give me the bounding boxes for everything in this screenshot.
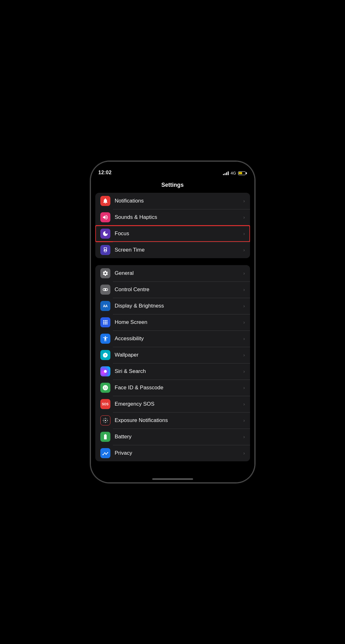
privacy-label: Privacy (115, 450, 243, 456)
signal-icon (223, 171, 229, 175)
wallpaper-icon (100, 350, 110, 360)
siri-chevron: › (243, 369, 245, 374)
notifications-chevron: › (243, 198, 245, 203)
grid-svg (102, 319, 109, 325)
controlcentre-icon (100, 285, 110, 295)
battery-row-icon (100, 432, 110, 442)
siri-svg (103, 369, 108, 374)
toggles-svg (102, 286, 109, 293)
siri-label: Siri & Search (115, 368, 243, 375)
settings-group-2: General › Control Centre › AA Display & … (95, 265, 250, 461)
display-icon: AA (100, 301, 110, 311)
focus-icon (100, 229, 110, 239)
sounds-label: Sounds & Haptics (115, 214, 243, 220)
settings-row-accessibility[interactable]: Accessibility › (95, 330, 250, 347)
network-type: 4G (231, 171, 236, 175)
wallpaper-label: Wallpaper (115, 352, 243, 358)
settings-row-focus[interactable]: Focus › (95, 225, 250, 242)
accessibility-icon (100, 334, 110, 344)
emergencysos-label: Emergency SOS (115, 401, 243, 407)
exposure-icon (100, 415, 110, 425)
sounds-icon (100, 212, 110, 222)
settings-row-faceid[interactable]: Face ID & Passcode › (95, 380, 250, 396)
settings-row-privacy[interactable]: Privacy › (95, 445, 250, 461)
exposure-label: Exposure Notifications (115, 417, 243, 424)
privacy-chevron: › (243, 451, 245, 456)
svg-point-3 (105, 422, 106, 423)
homescreen-chevron: › (243, 320, 245, 325)
sounds-chevron: › (243, 215, 245, 220)
emergencysos-chevron: › (243, 402, 245, 407)
settings-row-general[interactable]: General › (95, 265, 250, 281)
settings-row-exposure[interactable]: Exposure Notifications › (95, 412, 250, 429)
settings-row-emergencysos[interactable]: SOS Emergency SOS › (95, 396, 250, 412)
notifications-icon (100, 196, 110, 206)
status-icons: 4G (223, 171, 247, 175)
homescreen-label: Home Screen (115, 319, 243, 325)
siri-icon (100, 366, 110, 376)
gear-svg (102, 270, 109, 276)
focus-label: Focus (115, 230, 243, 237)
settings-row-screentime[interactable]: Screen Time › (95, 242, 250, 258)
phone-screen: 12:02 4G Settings (91, 162, 254, 482)
page-title: Settings (91, 177, 254, 193)
flower-svg (102, 352, 109, 358)
wallpaper-chevron: › (243, 353, 245, 358)
screentime-icon (100, 245, 110, 255)
general-chevron: › (243, 271, 245, 276)
speaker-svg (102, 214, 109, 220)
homescreen-icon (100, 317, 110, 327)
svg-point-6 (103, 419, 104, 419)
display-label: Display & Brightness (115, 303, 243, 309)
accessibility-label: Accessibility (115, 336, 243, 342)
settings-row-homescreen[interactable]: Home Screen › (95, 314, 250, 330)
screen-content: Settings Notifications › (91, 162, 254, 482)
svg-point-8 (106, 419, 107, 419)
status-time: 12:02 (98, 170, 112, 175)
notifications-label: Notifications (115, 198, 243, 204)
settings-row-display[interactable]: AA Display & Brightness › (95, 298, 250, 314)
svg-point-2 (105, 418, 106, 419)
faceid-svg (102, 385, 109, 391)
faceid-chevron: › (243, 385, 245, 390)
accessibility-svg (102, 336, 109, 342)
screentime-label: Screen Time (115, 247, 243, 253)
accessibility-chevron: › (243, 336, 245, 341)
general-label: General (115, 270, 243, 276)
focus-chevron: › (243, 231, 245, 236)
svg-point-1 (104, 420, 106, 421)
settings-row-wallpaper[interactable]: Wallpaper › (95, 347, 250, 363)
svg-point-9 (103, 422, 104, 422)
svg-point-4 (103, 420, 104, 421)
settings-row-notifications[interactable]: Notifications › (95, 193, 250, 209)
emergencysos-icon: SOS (100, 399, 110, 409)
battery-status-icon (238, 171, 247, 175)
hourglass-svg (102, 247, 109, 253)
settings-row-controlcentre[interactable]: Control Centre › (95, 281, 250, 298)
exposure-svg (102, 417, 109, 424)
svg-point-7 (106, 422, 107, 422)
notch (147, 162, 198, 172)
faceid-label: Face ID & Passcode (115, 385, 243, 391)
battery-chevron: › (243, 434, 245, 439)
settings-row-battery[interactable]: Battery › (95, 429, 250, 445)
bell-svg (102, 198, 109, 204)
svg-point-0 (104, 370, 107, 373)
phone-frame: 12:02 4G Settings (91, 162, 254, 482)
screentime-chevron: › (243, 247, 245, 253)
exposure-chevron: › (243, 418, 245, 423)
battery-label: Battery (115, 434, 243, 440)
settings-group-1: Notifications › Sounds & Haptics › (95, 193, 250, 258)
settings-row-siri[interactable]: Siri & Search › (95, 363, 250, 380)
general-icon (100, 268, 110, 278)
svg-point-5 (107, 420, 108, 421)
privacy-icon (100, 448, 110, 458)
faceid-icon (100, 383, 110, 393)
controlcentre-chevron: › (243, 287, 245, 292)
moon-svg (102, 230, 109, 237)
hand-svg (102, 450, 109, 456)
display-chevron: › (243, 303, 245, 308)
battery-svg (102, 434, 109, 440)
settings-row-sounds[interactable]: Sounds & Haptics › (95, 209, 250, 225)
home-indicator (152, 478, 193, 480)
